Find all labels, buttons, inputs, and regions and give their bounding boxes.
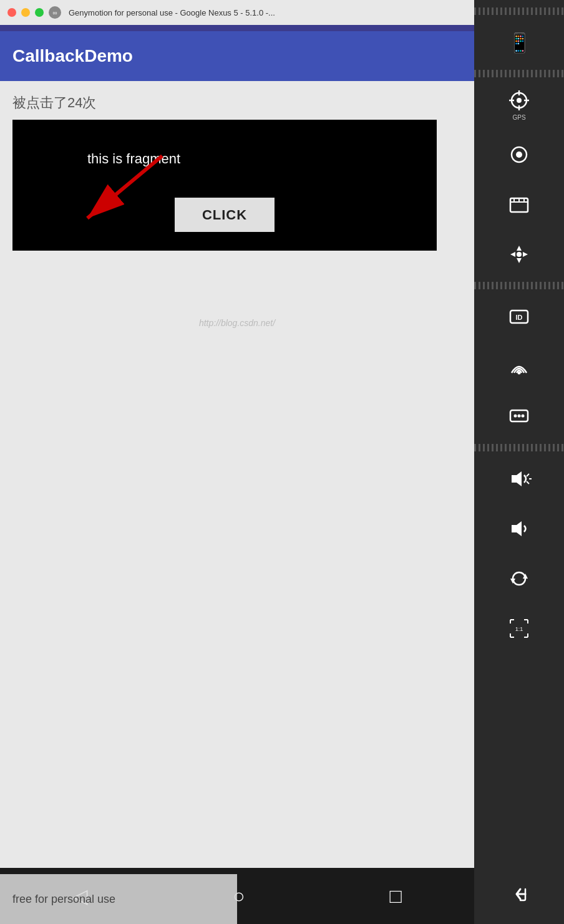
title-bar: ∞ Genymotion for personal use - Google N… xyxy=(0,0,474,25)
message-icon xyxy=(508,405,530,428)
fragment-area: this is fragment CLICK xyxy=(12,120,437,251)
volume-up-icon xyxy=(507,466,532,491)
recents-nav-button[interactable]: □ xyxy=(390,885,402,908)
svg-marker-16 xyxy=(517,258,522,263)
svg-marker-15 xyxy=(517,246,522,251)
click-count-text: 被点击了24次 xyxy=(12,94,462,112)
sidebar-rotate-button[interactable] xyxy=(474,554,564,604)
svg-point-9 xyxy=(516,152,522,158)
svg-marker-17 xyxy=(510,252,515,257)
fragment-text: this is fragment xyxy=(87,151,180,167)
app-bar: CallbackDemo xyxy=(0,31,474,81)
id-icon: ID xyxy=(508,306,530,328)
dpad-icon xyxy=(508,243,530,266)
sidebar-zoom-button[interactable]: 1:1 xyxy=(474,604,564,653)
genymotion-icon: ∞ xyxy=(49,6,61,19)
content-area: 被点击了24次 this is fragment CLICK http://bl… xyxy=(0,81,474,868)
svg-point-25 xyxy=(518,415,521,418)
svg-point-3 xyxy=(517,98,522,103)
svg-marker-27 xyxy=(512,471,522,486)
volume-down-icon xyxy=(507,516,532,541)
svg-point-24 xyxy=(514,415,517,418)
app-title: CallbackDemo xyxy=(12,46,133,66)
svg-point-22 xyxy=(518,372,521,375)
sidebar-divider-3 xyxy=(474,444,564,451)
minimize-button[interactable] xyxy=(21,8,30,17)
sidebar-navigation-button[interactable] xyxy=(474,229,564,279)
close-button[interactable] xyxy=(7,8,16,17)
svg-marker-31 xyxy=(512,521,522,536)
svg-text:ID: ID xyxy=(516,314,523,321)
gps-label: GPS xyxy=(512,114,525,121)
zoom-icon: 1:1 xyxy=(508,617,530,640)
sidebar-back-button[interactable] xyxy=(474,869,564,919)
sidebar-network-button[interactable] xyxy=(474,342,564,392)
click-button[interactable]: CLICK xyxy=(175,198,275,232)
sidebar-id-button[interactable]: ID xyxy=(474,292,564,342)
svg-point-26 xyxy=(522,415,525,418)
media-icon xyxy=(508,193,530,216)
personal-use-label: free for personal use xyxy=(0,874,237,924)
right-sidebar: 📱 GPS xyxy=(474,0,564,924)
sidebar-camera-button[interactable] xyxy=(474,130,564,180)
sidebar-media-button[interactable] xyxy=(474,180,564,229)
sidebar-divider-1 xyxy=(474,70,564,77)
phone-emulator: ▼ 📶 🔋 8:41 CallbackDemo 被点击了24次 this is … xyxy=(0,0,474,924)
phone-icon: 📱 xyxy=(508,32,531,54)
watermark-text: http://blog.csdn.net/ xyxy=(199,318,275,328)
gps-icon xyxy=(508,89,530,112)
camera-icon xyxy=(508,143,530,166)
back-arrow-icon xyxy=(508,883,530,905)
sidebar-volume-up-button[interactable] xyxy=(474,454,564,504)
svg-point-19 xyxy=(517,252,522,257)
sidebar-volume-down-button[interactable] xyxy=(474,504,564,554)
rotate-icon xyxy=(508,567,530,590)
sidebar-device-button[interactable]: 📱 xyxy=(474,17,564,67)
svg-line-28 xyxy=(527,474,529,476)
sidebar-gps-button[interactable]: GPS xyxy=(474,80,564,130)
svg-text:1:1: 1:1 xyxy=(515,626,523,632)
svg-line-30 xyxy=(527,481,529,484)
network-icon xyxy=(508,355,530,378)
sidebar-divider-top xyxy=(474,7,564,15)
window-title: Genymotion for personal use - Google Nex… xyxy=(69,8,275,17)
svg-marker-18 xyxy=(523,252,528,257)
sidebar-message-button[interactable] xyxy=(474,392,564,441)
maximize-button[interactable] xyxy=(35,8,44,17)
sidebar-divider-2 xyxy=(474,282,564,289)
